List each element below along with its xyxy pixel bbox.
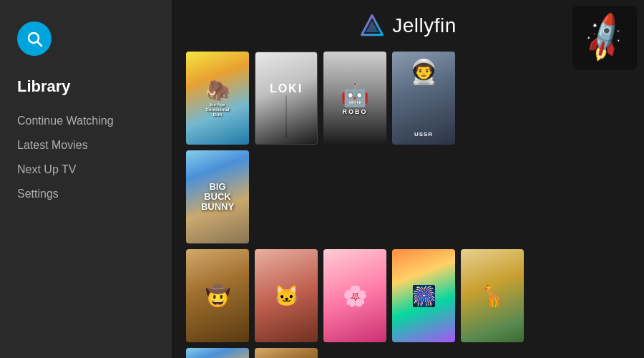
movie-card-space[interactable]: 👨‍🚀 USSR <box>392 52 455 145</box>
movie-row-1: 🦣 Ice AgeContinentalDrift LOKI 🤖 ROBO <box>186 52 630 145</box>
ussr-overlay: USSR <box>414 131 433 137</box>
rocket-icon-widget[interactable]: 🚀 <box>572 6 637 70</box>
sidebar-nav: Library Continue Watching Latest Movies … <box>0 77 172 206</box>
movie-card-pink[interactable]: 🌸 <box>323 249 386 342</box>
sidebar-item-continue-watching[interactable]: Continue Watching <box>17 109 155 133</box>
movie-card-big-buck-bunny-2[interactable]: Big BuckBunny <box>186 348 249 358</box>
movie-card-cat[interactable]: 🐱 <box>255 249 318 342</box>
movie-card-big-buck-bunny[interactable]: BigBuckBunny <box>186 150 249 243</box>
sidebar-item-latest-movies[interactable]: Latest Movies <box>17 133 155 158</box>
content-area: 🦣 Ice AgeContinentalDrift LOKI 🤖 ROBO <box>172 52 644 358</box>
movie-card-cowboy[interactable]: 🤠 <box>186 249 249 342</box>
jellyfin-logo: Jellyfin <box>359 13 457 39</box>
loki-title-overlay: LOKI <box>270 82 303 95</box>
sidebar-item-next-up-tv[interactable]: Next Up TV <box>17 158 155 182</box>
movie-card-giraffe[interactable]: 🦒 <box>461 249 524 342</box>
rocket-emoji: 🚀 <box>576 10 633 66</box>
search-button[interactable] <box>17 21 52 56</box>
jellyfin-logo-icon <box>359 13 385 39</box>
movie-card-loki[interactable]: LOKI <box>255 52 318 145</box>
sidebar: Library Continue Watching Latest Movies … <box>0 0 172 358</box>
movie-row-4: Big BuckBunny 🤠 <box>186 348 630 358</box>
movie-row-2: BigBuckBunny <box>186 150 630 243</box>
movie-card-cowboy-2[interactable]: 🤠 <box>255 348 318 358</box>
movie-row-3: 🤠 🐱 🌸 🎆 🦒 <box>186 249 630 342</box>
library-header: Library <box>17 77 155 96</box>
sidebar-item-settings[interactable]: Settings <box>17 182 155 206</box>
movie-card-ice-age[interactable]: 🦣 Ice AgeContinentalDrift <box>186 52 249 145</box>
app-title: Jellyfin <box>392 14 457 37</box>
main-content: Jellyfin 🚀 🦣 Ice AgeContinentalDrift <box>172 0 644 358</box>
svg-line-1 <box>38 42 42 47</box>
search-icon <box>26 30 43 47</box>
movie-card-colorful[interactable]: 🎆 <box>392 249 455 342</box>
header: Jellyfin 🚀 <box>172 0 644 52</box>
bbb-overlay: BigBuckBunny <box>186 150 249 243</box>
movie-card-robo[interactable]: 🤖 ROBO <box>323 52 386 145</box>
